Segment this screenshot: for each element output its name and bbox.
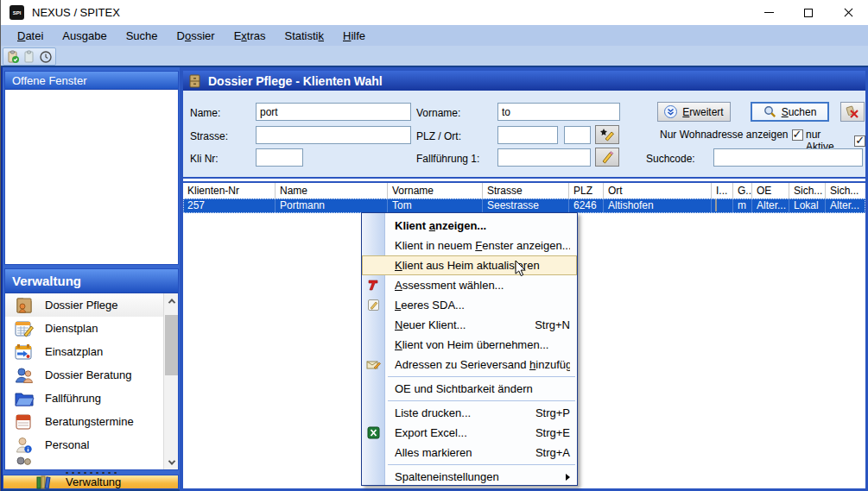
open-windows-list[interactable]: [5, 90, 178, 264]
nav-panel-title: Verwaltung: [12, 274, 81, 288]
sidebar-item-label: Beratungstermine: [45, 415, 134, 428]
column-header[interactable]: Strasse: [483, 183, 569, 198]
column-header[interactable]: Sich...: [826, 183, 865, 198]
menu-item-assessment-waehlen[interactable]: Assessment wählen...: [362, 275, 577, 295]
menu-item-spalteneinstellungen[interactable]: Spalteneinstellungen: [362, 467, 577, 487]
minimize-icon: [764, 12, 774, 13]
column-header[interactable]: Name: [276, 183, 388, 198]
fallfuehrung-label: Fallführung 1:: [416, 153, 479, 165]
title-bar: SPI NEXUS / SPITEX: [1, 0, 868, 25]
cell-vorname: Tom: [388, 198, 483, 213]
maximize-button[interactable]: [789, 0, 828, 25]
minimize-button[interactable]: [749, 0, 789, 25]
sidebar-item-dienstplan[interactable]: Dienstplan: [5, 317, 163, 340]
toolbar: [1, 46, 868, 67]
column-header[interactable]: OE: [752, 183, 789, 198]
app-icon: SPI: [10, 5, 24, 20]
sidebar-item-dossier-beratung[interactable]: Dossier Beratung: [5, 363, 163, 387]
menu-item-alles-markieren[interactable]: Alles markieren Strg+A: [362, 443, 577, 463]
cell-ort: Altishofen: [604, 198, 712, 213]
clock-icon[interactable]: [38, 49, 53, 64]
menu-item-klient-von-heim[interactable]: Klient von Heim übernehmen...: [362, 335, 577, 355]
menu-item-export-excel[interactable]: Export Excel... Strg+E: [362, 423, 577, 443]
menu-hilfe[interactable]: Hilfe: [333, 27, 375, 45]
nav-scrollbar[interactable]: [163, 293, 178, 469]
menu-statistik[interactable]: Statistik: [275, 27, 333, 45]
menu-item-liste-drucken[interactable]: Liste drucken... Strg+P: [362, 403, 577, 423]
menu-item-neuer-klient[interactable]: Neuer Klient... Strg+N: [362, 315, 577, 335]
cell-geschlecht: m: [733, 198, 752, 213]
kli-nr-input[interactable]: [256, 148, 303, 167]
menu-item-klient-neues-fenster[interactable]: Klient in neuem Fenster anzeigen...: [362, 236, 577, 255]
scroll-down-icon[interactable]: [164, 455, 179, 469]
sidebar-item-label: Dienstplan: [45, 322, 98, 335]
open-windows-panel: Offene Fenster: [4, 71, 179, 265]
personal-icon: [14, 436, 35, 455]
scrollbar-thumb[interactable]: [165, 315, 178, 375]
clear-search-button[interactable]: [840, 102, 865, 122]
partial-item-icon: [14, 456, 35, 469]
column-header[interactable]: Sich...: [789, 183, 826, 198]
menu-suche[interactable]: Suche: [117, 27, 168, 45]
menu-item-oe-sichtbarkeit[interactable]: OE und Sichtbarkeit ändern: [362, 379, 577, 399]
cell-plz: 6246: [569, 198, 604, 213]
column-header[interactable]: G..: [733, 183, 752, 198]
name-input[interactable]: [256, 103, 411, 121]
sidebar-item-beratungstermine[interactable]: Beratungstermine: [5, 410, 163, 433]
main-header: Dossier Pflege - Klienten Wahl: [183, 71, 865, 91]
menu-shortcut: Strg+N: [535, 318, 570, 331]
open-windows-header: Offene Fenster: [5, 72, 178, 90]
dienstplan-icon: [14, 319, 35, 338]
ort-input[interactable]: [564, 126, 591, 144]
erweitert-button[interactable]: Erweitert: [657, 102, 731, 122]
menu-datei[interactable]: Datei: [8, 27, 53, 45]
scroll-up-icon[interactable]: [164, 293, 179, 308]
sidebar-item-fallfuehrung[interactable]: Fallführung: [5, 387, 163, 410]
aktive-checkbox[interactable]: [854, 135, 865, 147]
table-row[interactable]: 257 Portmann Tom Seestrasse 6246 Altisho…: [183, 198, 865, 213]
fallfuehrung-input[interactable]: [497, 148, 591, 167]
menu-dossier[interactable]: Dossier: [168, 27, 225, 45]
suchen-button[interactable]: Suchen: [751, 102, 829, 122]
wohnadresse-checkbox-row[interactable]: Nur Wohnadresse anzeigen: [660, 129, 803, 141]
plz-ort-label: PLZ / Ort:: [416, 130, 461, 142]
plz-input[interactable]: [497, 126, 558, 144]
cell-checkbox[interactable]: [712, 198, 733, 213]
submenu-arrow-icon: [566, 474, 570, 481]
column-header[interactable]: Ort: [604, 183, 712, 198]
column-header[interactable]: I...: [712, 183, 733, 198]
cell-name: Portmann: [276, 198, 388, 213]
menu-item-klient-anzeigen[interactable]: Klient anzeigen...: [362, 216, 577, 236]
sidebar-item-personal[interactable]: Personal: [5, 433, 163, 456]
strasse-input[interactable]: [256, 126, 411, 144]
fallfuehrung-lookup-button[interactable]: [595, 148, 619, 167]
paste-check-icon[interactable]: [6, 49, 21, 64]
close-button[interactable]: [828, 0, 868, 25]
menu-item-leeres-sda[interactable]: Leeres SDA...: [362, 295, 577, 315]
menu-bar: Datei Ausgabe Suche Dossier Extras Stati…: [1, 25, 868, 46]
column-header[interactable]: PLZ: [569, 183, 604, 198]
suchcode-input[interactable]: [713, 148, 863, 167]
ort-lookup-button[interactable]: [595, 125, 619, 144]
wohnadresse-checkbox[interactable]: [792, 129, 803, 141]
page-title: Dossier Pflege - Klienten Wahl: [208, 74, 383, 88]
search-panel: Name: Vorname: Erweitert Suchen: [183, 91, 865, 179]
row-checkbox[interactable]: [715, 198, 717, 211]
sidebar-item-dossier-pflege[interactable]: Dossier Pflege: [5, 293, 163, 317]
menu-item-klient-aus-heim-aktualisieren[interactable]: Klient aus Heim aktualisieren: [362, 255, 577, 275]
menu-item-serieversand[interactable]: Adressen zu Serieversand hinzufügen...: [362, 355, 577, 375]
column-header[interactable]: Klienten-Nr: [183, 183, 276, 198]
sda-note-icon: [365, 297, 382, 313]
close-icon: [844, 8, 853, 17]
sidebar-item-einsatzplan[interactable]: Einsatzplan: [5, 340, 163, 363]
paste-icon[interactable]: [22, 49, 36, 64]
column-header[interactable]: Vorname: [388, 183, 483, 198]
mail-pencil-icon: [365, 356, 382, 373]
verwaltung-bottom-bar[interactable]: Verwaltung: [3, 475, 179, 489]
star-pencil-icon: [599, 128, 615, 142]
dossier-pflege-icon: [14, 296, 35, 315]
vorname-input[interactable]: [497, 103, 620, 121]
menu-ausgabe[interactable]: Ausgabe: [53, 27, 116, 45]
menu-extras[interactable]: Extras: [225, 27, 276, 45]
sidebar-item-partial[interactable]: [5, 456, 163, 469]
